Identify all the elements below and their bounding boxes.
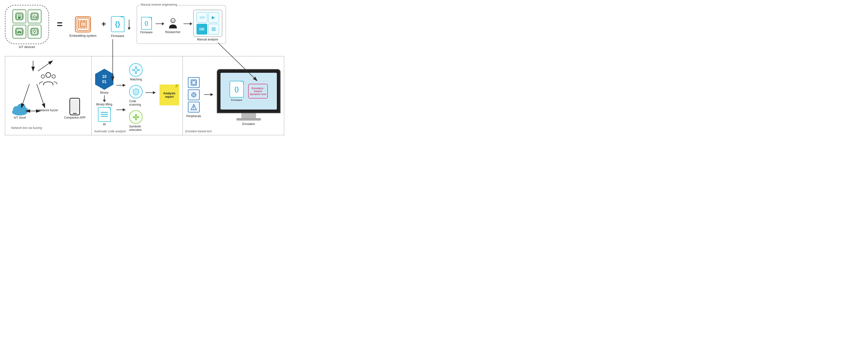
arrow-to-ir-analysis [116, 106, 126, 114]
svg-point-104 [135, 119, 137, 120]
svg-point-36 [34, 30, 35, 32]
iot-chip-4 [28, 25, 41, 38]
periph-icon-3 [188, 102, 200, 113]
list-analysis-icon [208, 24, 219, 35]
peripherals-block: Peripherals [186, 77, 201, 118]
panel-emulator: Peripherals [183, 56, 284, 135]
manual-analysis-label: Manual analysis [197, 38, 218, 41]
matching-label: Matching [130, 78, 142, 81]
diagram-container: IoT devices = [5, 5, 284, 135]
svg-rect-8 [18, 17, 21, 19]
emulator-dynamic-box: Emulator-based dynamic test [248, 84, 268, 98]
monitor-stand [241, 113, 256, 118]
svg-marker-83 [103, 100, 106, 102]
down-arrow-svg [102, 95, 107, 103]
periph-arrow-svg [204, 91, 214, 98]
binary-block: 10 01 Binary [95, 69, 114, 94]
svg-point-91 [132, 69, 134, 71]
binary-lifting-label: Binary lifting [96, 103, 112, 106]
symbolic-execution-block: Symbolic execution [129, 110, 143, 132]
iot-chip-3 [12, 25, 26, 38]
mid-arrows-col [116, 73, 126, 122]
firmware-re-icon: {} [141, 17, 152, 30]
binary-hex-label: 10 01 [102, 74, 106, 85]
monitor-block: {} Firmware Emulator-based dynamic test [217, 69, 280, 126]
monitor-screen: {} Firmware Emulator-based dynamic test [220, 73, 277, 109]
peripherals-label: Peripherals [186, 115, 201, 118]
panel1-inner: IoT cloud Companion APP Network fuzzer [8, 61, 88, 132]
code-scanning-label: Code scanning [129, 99, 143, 106]
arrow-to-researcher [156, 24, 162, 24]
periph-icon-2 [188, 89, 200, 100]
arrow-to-analysis [184, 24, 190, 24]
firmware-re-block: {} Firmware [141, 17, 153, 34]
svg-line-76 [37, 84, 45, 108]
researcher-block: Researcher [165, 17, 181, 34]
svg-point-105 [133, 116, 134, 118]
manual-re-section: Manual reverse engineering {} Firmware [135, 10, 226, 44]
svg-point-90 [135, 72, 137, 74]
svg-point-97 [135, 91, 137, 93]
svg-marker-85 [123, 84, 126, 87]
svg-marker-125 [211, 93, 213, 96]
researcher-icon [167, 17, 178, 30]
symbolic-execution-label: Symbolic execution [129, 125, 143, 132]
svg-point-92 [138, 69, 140, 71]
analysis-icons-grid: </> ▶ DB [196, 12, 219, 35]
panel1-label: Network test via fuzzing [11, 126, 42, 130]
ir-line-2 [101, 114, 108, 115]
manual-analysis-block: </> ▶ DB [193, 10, 222, 41]
embedding-system-label: Embedding system [69, 34, 96, 37]
code-scanning-block: Code scanning [129, 85, 143, 106]
svg-point-89 [135, 66, 137, 68]
periph-icon-1 [188, 77, 200, 88]
analysis-report-icon: Analysis report [159, 85, 179, 105]
panel-network-fuzzing: IoT cloud Companion APP Network fuzzer [5, 56, 91, 135]
svg-point-103 [135, 114, 137, 116]
binary-hex-icon: 10 01 [95, 69, 114, 90]
svg-line-42 [33, 30, 34, 31]
svg-text:▶: ▶ [212, 15, 215, 20]
bottom-row: IoT cloud Companion APP Network fuzzer [5, 56, 284, 135]
arrow-to-report [146, 89, 157, 96]
manual-re-inner: {} Firmware [141, 10, 222, 41]
iot-chip-1 [12, 9, 26, 23]
firmware-monitor-label: Firmware [231, 98, 242, 101]
svg-rect-110 [192, 81, 195, 84]
binary-lifting-arrow: Binary lifting [96, 95, 112, 106]
matching-icon [129, 63, 143, 77]
arrow-to-manual-re [129, 20, 129, 29]
arrow-periph-to-monitor [204, 91, 214, 99]
researcher-label: Researcher [165, 30, 181, 34]
ir-line-3 [101, 116, 108, 117]
analysis-icons-col: Matching Code scanning [129, 63, 143, 132]
panel2-inner: 10 01 Binary Binary lifting [95, 61, 179, 132]
firmware-top-label: Firmware [111, 34, 124, 38]
top-section: IoT devices = [5, 5, 284, 54]
firmware-top-icon: {} [111, 16, 124, 32]
svg-line-75 [21, 84, 29, 108]
panel1-arrows-svg [8, 61, 88, 132]
manual-re-box: Manual reverse engineering {} Firmware [137, 5, 226, 44]
svg-point-58 [174, 20, 174, 21]
svg-point-57 [172, 20, 172, 21]
code-scanning-icon [129, 85, 143, 98]
embedding-system-block: Embedding system [69, 17, 96, 37]
iot-grid [12, 9, 41, 38]
svg-marker-87 [123, 108, 126, 111]
panel3-label: Emulator-based test [185, 130, 211, 133]
firmware-monitor-block: {} Firmware [229, 81, 244, 101]
matching-block: Matching [129, 63, 143, 81]
iot-devices-box [5, 5, 49, 44]
panel2-label: Automatic code analysis [94, 130, 126, 133]
analysis-report-block: Analysis report [159, 80, 179, 105]
manual-re-flow: Manual reverse engineering {} Firmware [135, 5, 226, 44]
firmware-re-label: Firmware [141, 31, 153, 34]
svg-point-123 [193, 108, 194, 109]
plus-sign: + [101, 19, 106, 28]
manual-re-label: Manual reverse engineering [140, 3, 178, 6]
analysis-report-label: Analysis report [159, 90, 179, 100]
firmware-monitor-icon: {} [229, 81, 244, 97]
svg-line-41 [36, 30, 36, 31]
svg-text:</>: </> [199, 15, 205, 20]
